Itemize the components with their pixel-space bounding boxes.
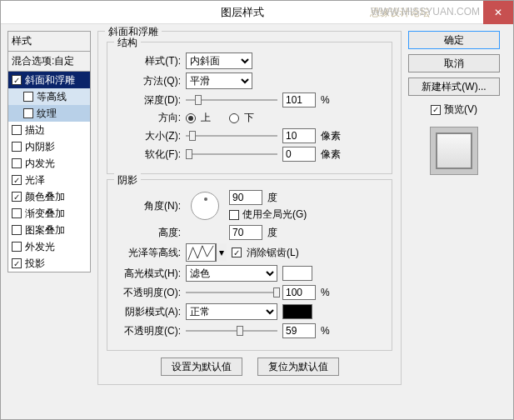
- preview-thumbnail: [430, 127, 478, 175]
- close-icon: ✕: [494, 7, 502, 18]
- ok-button[interactable]: 确定: [408, 31, 500, 49]
- style-checkbox[interactable]: [12, 242, 22, 252]
- style-item-label: 描边: [25, 123, 45, 138]
- global-light-checkbox[interactable]: [229, 210, 239, 220]
- highlight-color-swatch[interactable]: [282, 266, 312, 281]
- antialias-checkbox[interactable]: [232, 248, 242, 258]
- blend-options-item[interactable]: 混合选项:自定: [7, 51, 91, 72]
- direction-label: 方向:: [116, 111, 181, 125]
- style-select[interactable]: 内斜面: [186, 52, 252, 69]
- style-item-label: 斜面和浮雕: [25, 73, 75, 88]
- style-checkbox[interactable]: [12, 175, 22, 185]
- style-item-label: 等高线: [37, 90, 67, 104]
- style-checkbox[interactable]: [12, 258, 22, 268]
- style-item-label: 图案叠加: [25, 223, 65, 238]
- direction-up-label: 上: [201, 111, 211, 125]
- structure-legend: 结构: [114, 36, 141, 50]
- shadow-legend: 阴影: [114, 173, 141, 188]
- layer-style-dialog: 图层样式 思缘设计论坛 WWW.MISSYUAN.COM ✕ 样式 混合选项:自…: [0, 0, 514, 420]
- style-item-label: 投影: [25, 257, 45, 271]
- style-item[interactable]: 渐变叠加: [8, 205, 90, 222]
- gloss-contour-label: 光泽等高线:: [116, 246, 181, 260]
- highlight-opacity-slider[interactable]: [186, 285, 277, 300]
- depth-label: 深度(D):: [116, 93, 181, 108]
- highlight-mode-select[interactable]: 滤色: [186, 265, 277, 282]
- style-item-label: 颜色叠加: [25, 190, 65, 204]
- angle-dial[interactable]: [191, 192, 219, 220]
- gloss-contour-picker[interactable]: [186, 243, 216, 262]
- altitude-input[interactable]: [229, 225, 262, 240]
- style-checkbox[interactable]: [12, 158, 22, 168]
- size-unit: 像素: [321, 129, 342, 143]
- angle-unit: 度: [267, 191, 277, 205]
- style-checkbox[interactable]: [23, 92, 33, 102]
- new-style-button[interactable]: 新建样式(W)...: [408, 78, 500, 96]
- style-item[interactable]: 内发光: [8, 155, 90, 172]
- watermark-text: WWW.MISSYUAN.COM: [371, 6, 480, 18]
- style-item[interactable]: 投影: [8, 255, 90, 272]
- global-light-label: 使用全局光(G): [242, 208, 307, 222]
- soften-slider[interactable]: [186, 147, 277, 162]
- style-checkbox[interactable]: [12, 75, 22, 85]
- size-input[interactable]: [282, 128, 316, 143]
- style-checkbox[interactable]: [12, 225, 22, 235]
- style-item[interactable]: 内阴影: [8, 138, 90, 155]
- center-panel: 斜面和浮雕 结构 样式(T): 内斜面 方法(Q): 平滑 深度(D):: [97, 31, 402, 412]
- depth-slider[interactable]: [186, 92, 277, 108]
- preview-label: 预览(V): [444, 102, 477, 117]
- style-item[interactable]: 纹理: [8, 105, 90, 122]
- close-button[interactable]: ✕: [483, 1, 513, 24]
- style-item[interactable]: 颜色叠加: [8, 188, 90, 205]
- soften-input[interactable]: [282, 147, 316, 162]
- shadow-opacity-unit: %: [321, 325, 342, 337]
- style-checkbox[interactable]: [12, 142, 22, 152]
- highlight-opacity-unit: %: [321, 287, 342, 298]
- style-checkbox[interactable]: [12, 208, 22, 218]
- depth-input[interactable]: [282, 92, 316, 108]
- chevron-down-icon[interactable]: ▾: [216, 243, 227, 262]
- reset-default-button[interactable]: 复位为默认值: [257, 358, 339, 376]
- style-item-label: 光泽: [25, 173, 45, 188]
- shadow-mode-select[interactable]: 正常: [186, 303, 277, 320]
- highlight-mode-label: 高光模式(H):: [116, 267, 181, 281]
- style-item-label: 渐变叠加: [25, 207, 65, 221]
- direction-down-radio[interactable]: [229, 113, 239, 123]
- style-checkbox[interactable]: [12, 125, 22, 135]
- styles-sidebar: 样式 混合选项:自定 斜面和浮雕等高线纹理描边内阴影内发光光泽颜色叠加渐变叠加图…: [7, 31, 91, 412]
- style-item[interactable]: 斜面和浮雕: [8, 72, 90, 88]
- style-item-label: 内发光: [25, 157, 55, 171]
- style-checkbox[interactable]: [23, 108, 33, 118]
- style-item[interactable]: 等高线: [8, 88, 90, 105]
- right-panel: 确定 取消 新建样式(W)... 预览(V): [408, 31, 500, 412]
- antialias-label: 消除锯齿(L): [247, 246, 299, 260]
- direction-up-radio[interactable]: [186, 113, 196, 123]
- shadow-mode-label: 阴影模式(A):: [116, 305, 181, 319]
- highlight-opacity-input[interactable]: [282, 285, 316, 300]
- angle-input[interactable]: [229, 190, 262, 205]
- style-item[interactable]: 图案叠加: [8, 222, 90, 238]
- sidebar-header: 样式: [7, 31, 91, 51]
- soften-label: 软化(F):: [116, 148, 181, 162]
- titlebar: 图层样式 思缘设计论坛 WWW.MISSYUAN.COM ✕: [1, 1, 513, 24]
- depth-unit: %: [321, 94, 342, 106]
- size-slider[interactable]: [186, 128, 277, 143]
- bevel-emboss-group: 斜面和浮雕 结构 样式(T): 内斜面 方法(Q): 平滑 深度(D):: [97, 31, 402, 385]
- direction-down-label: 下: [244, 111, 254, 125]
- shadow-color-swatch[interactable]: [282, 304, 312, 319]
- preview-checkbox[interactable]: [431, 105, 441, 115]
- style-item-label: 内阴影: [25, 140, 55, 154]
- highlight-opacity-label: 不透明度(O):: [116, 286, 181, 300]
- style-item[interactable]: 描边: [8, 122, 90, 138]
- shadow-opacity-input[interactable]: [282, 323, 316, 338]
- shadow-opacity-slider[interactable]: [186, 323, 277, 338]
- style-label: 样式(T):: [116, 54, 181, 68]
- style-checkbox[interactable]: [12, 192, 22, 202]
- method-select[interactable]: 平滑: [186, 72, 252, 89]
- angle-label: 角度(N):: [116, 199, 181, 213]
- cancel-button[interactable]: 取消: [408, 54, 500, 72]
- style-item[interactable]: 光泽: [8, 172, 90, 188]
- size-label: 大小(Z):: [116, 129, 181, 143]
- style-item[interactable]: 外发光: [8, 238, 90, 255]
- make-default-button[interactable]: 设置为默认值: [161, 358, 242, 376]
- method-label: 方法(Q):: [116, 74, 181, 88]
